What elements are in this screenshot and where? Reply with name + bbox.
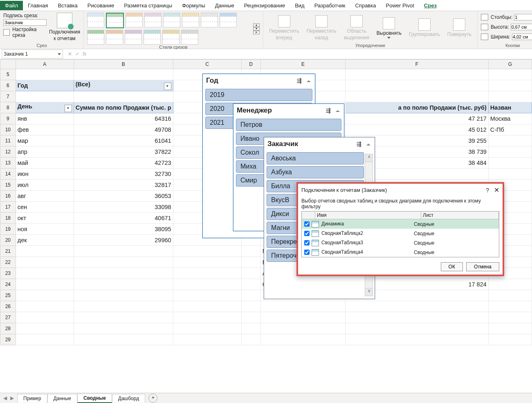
- cell[interactable]: Назван: [488, 102, 532, 113]
- cell[interactable]: [173, 257, 241, 268]
- clear-filter-icon[interactable]: ⫠: [306, 77, 312, 84]
- slicer-item[interactable]: 2019: [205, 89, 312, 101]
- tab-file[interactable]: Файл: [0, 1, 23, 10]
- multiselect-icon[interactable]: ⇶: [297, 77, 302, 84]
- report-connections-button[interactable]: Подключения к отчетам: [49, 13, 80, 41]
- cell[interactable]: 49708: [74, 124, 173, 135]
- enter-formula-icon[interactable]: ✓: [75, 51, 79, 57]
- cell[interactable]: [173, 334, 241, 345]
- cell[interactable]: [241, 246, 260, 257]
- cell[interactable]: 42723: [74, 158, 173, 169]
- cell[interactable]: [16, 312, 74, 323]
- cell[interactable]: сен: [16, 202, 74, 213]
- tab-help[interactable]: Справка: [350, 1, 381, 10]
- cell[interactable]: [241, 301, 260, 312]
- cell[interactable]: [16, 290, 74, 301]
- slicer-item[interactable]: Азбука: [267, 166, 364, 178]
- cell[interactable]: [16, 268, 74, 279]
- row-header[interactable]: 10: [0, 124, 16, 135]
- height-input[interactable]: [511, 24, 532, 30]
- slicer-item[interactable]: Петров: [236, 119, 341, 131]
- dialog-help-button[interactable]: ?: [486, 187, 489, 194]
- scroll-up-icon[interactable]: ∧: [365, 154, 373, 162]
- filter-dropdown-icon[interactable]: ▾: [65, 105, 72, 112]
- tab-slicer[interactable]: Срез: [419, 1, 442, 10]
- cell[interactable]: [488, 312, 532, 323]
- cell[interactable]: июн: [16, 169, 74, 180]
- col-header[interactable]: B: [74, 60, 173, 69]
- fx-icon[interactable]: fx: [83, 51, 86, 57]
- row-header[interactable]: 28: [0, 323, 16, 334]
- row-header[interactable]: 14: [0, 169, 16, 180]
- cell[interactable]: [346, 91, 489, 102]
- cell[interactable]: [241, 312, 260, 323]
- list-item[interactable]: СводнаяТаблица2Сводные: [302, 229, 499, 238]
- cell[interactable]: [74, 246, 173, 257]
- cell[interactable]: [241, 323, 260, 334]
- cell[interactable]: авг: [16, 191, 74, 202]
- tab-draw[interactable]: Рисование: [83, 1, 119, 10]
- row-header[interactable]: 23: [0, 268, 16, 279]
- row-header[interactable]: 6: [0, 80, 16, 91]
- cell[interactable]: [74, 290, 173, 301]
- cell[interactable]: День▾: [16, 102, 74, 113]
- cell[interactable]: 33098: [74, 202, 173, 213]
- cell[interactable]: [488, 80, 532, 91]
- scroll-down-icon[interactable]: ∨: [365, 288, 373, 296]
- chevron-down-icon[interactable]: [58, 53, 61, 55]
- row-header[interactable]: 17: [0, 202, 16, 213]
- row-header[interactable]: 21: [0, 246, 16, 257]
- cell[interactable]: 38095: [74, 224, 173, 235]
- cell[interactable]: [74, 268, 173, 279]
- cell[interactable]: [16, 69, 74, 80]
- slicer-settings-button[interactable]: Настройка среза: [3, 27, 47, 38]
- cell[interactable]: [16, 323, 74, 334]
- cell[interactable]: Год: [16, 80, 74, 91]
- row-header[interactable]: 26: [0, 301, 16, 312]
- row-header[interactable]: 12: [0, 146, 16, 158]
- cell[interactable]: [16, 257, 74, 268]
- cell[interactable]: [346, 301, 489, 312]
- cell[interactable]: [346, 334, 489, 345]
- multiselect-icon[interactable]: ⇶: [357, 141, 361, 147]
- cell[interactable]: [173, 268, 241, 279]
- cell[interactable]: [241, 290, 260, 301]
- cell[interactable]: [346, 69, 489, 80]
- cancel-button[interactable]: Отмена: [466, 262, 499, 271]
- cell[interactable]: [488, 158, 532, 169]
- styles-more-button[interactable]: ▲▼▾: [253, 23, 260, 34]
- slicer-caption-input[interactable]: [3, 19, 47, 26]
- list-item[interactable]: СводнаяТаблица3Сводные: [302, 238, 499, 248]
- col-header[interactable]: C: [173, 60, 241, 69]
- dialog-close-button[interactable]: ✕: [494, 187, 499, 194]
- list-item[interactable]: СводнаяТаблица4Сводные: [302, 248, 499, 257]
- row-header[interactable]: 8: [0, 102, 16, 113]
- cell[interactable]: [74, 257, 173, 268]
- row-header[interactable]: 7: [0, 91, 16, 102]
- cell[interactable]: 29960: [74, 235, 173, 246]
- col-header[interactable]: G: [488, 60, 532, 69]
- cell[interactable]: 32817: [74, 180, 173, 191]
- row-header[interactable]: 11: [0, 135, 16, 146]
- cell[interactable]: [488, 169, 532, 180]
- cell[interactable]: [241, 334, 260, 345]
- selection-pane-button[interactable]: Областьвыделения: [341, 15, 372, 41]
- list-col-sheet[interactable]: Лист: [421, 212, 499, 219]
- row-header[interactable]: 24: [0, 279, 16, 290]
- col-header[interactable]: D: [241, 60, 260, 69]
- tab-data[interactable]: Данные: [210, 1, 239, 10]
- cell[interactable]: [74, 69, 173, 80]
- row-header[interactable]: 15: [0, 180, 16, 191]
- ok-button[interactable]: ОК: [441, 262, 463, 271]
- cell[interactable]: [488, 323, 532, 334]
- cell[interactable]: [488, 334, 532, 345]
- cell[interactable]: дек: [16, 235, 74, 246]
- cell[interactable]: апр: [16, 146, 74, 158]
- cell[interactable]: [488, 279, 532, 290]
- cell[interactable]: (Все)▾: [74, 80, 173, 91]
- worksheet-grid[interactable]: A B C D E F G 56Год(Все)▾78День▾Сумма по…: [0, 59, 532, 374]
- cell[interactable]: [74, 312, 173, 323]
- row-header[interactable]: 13: [0, 158, 16, 169]
- row-checkbox[interactable]: [304, 240, 310, 245]
- cell[interactable]: [488, 91, 532, 102]
